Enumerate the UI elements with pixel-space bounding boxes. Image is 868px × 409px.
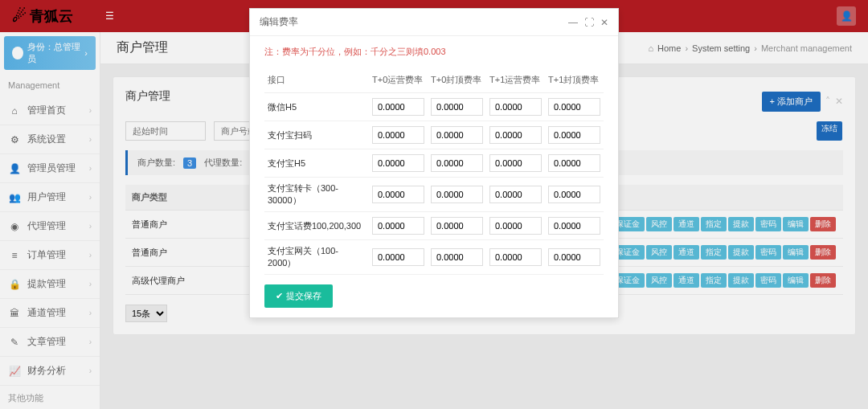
rate-input-1[interactable]: [431, 98, 483, 116]
rate-input-0[interactable]: [372, 154, 424, 172]
rate-col-t1cap: T+1封顶费率: [545, 67, 604, 93]
rate-input-3[interactable]: [548, 126, 600, 144]
rate-col-t1op: T+1运营费率: [486, 67, 545, 93]
close-icon[interactable]: ✕: [600, 17, 608, 28]
rate-interface: 微信H5: [264, 93, 369, 121]
rate-input-1[interactable]: [431, 217, 483, 235]
rate-input-2[interactable]: [489, 154, 542, 172]
rate-input-2[interactable]: [489, 98, 542, 116]
rate-interface: 支付宝话费100,200,300: [264, 212, 369, 240]
rate-input-2[interactable]: [489, 186, 542, 203]
rate-interface: 支付宝H5: [264, 149, 369, 178]
rate-interface: 支付宝转卡（300-30000）: [264, 178, 369, 212]
rate-row: 支付宝转卡（300-30000）: [264, 178, 604, 212]
rate-interface: 支付宝扫码: [264, 121, 369, 149]
check-icon: ✔: [276, 291, 283, 301]
maximize-icon[interactable]: ⛶: [584, 17, 594, 28]
rate-row: 支付宝扫码: [264, 121, 604, 149]
minimize-icon[interactable]: —: [568, 17, 578, 28]
modal-header: 编辑费率 — ⛶ ✕: [250, 9, 618, 36]
rate-input-3[interactable]: [548, 217, 600, 235]
rate-input-2[interactable]: [489, 126, 542, 144]
modal-title: 编辑费率: [260, 15, 298, 29]
rate-table: 接口 T+0运营费率 T+0封顶费率 T+1运营费率 T+1封顶费率 微信H5支…: [264, 67, 604, 275]
rate-note: 注：费率为千分位，例如：千分之三则填0.003: [264, 46, 604, 58]
rate-input-3[interactable]: [548, 98, 600, 116]
rate-input-3[interactable]: [548, 186, 600, 203]
rate-input-0[interactable]: [372, 248, 424, 266]
rate-row: 支付宝网关（100-2000）: [264, 240, 604, 275]
rate-row: 支付宝话费100,200,300: [264, 212, 604, 240]
submit-label: 提交保存: [286, 290, 321, 302]
rate-input-3[interactable]: [548, 154, 600, 172]
rate-input-0[interactable]: [372, 126, 424, 144]
modal-overlay: 编辑费率 — ⛶ ✕ 注：费率为千分位，例如：千分之三则填0.003 接口 T+…: [0, 0, 868, 409]
rate-col-t0op: T+0运营费率: [369, 67, 428, 93]
rate-input-3[interactable]: [548, 248, 600, 266]
rate-col-t0cap: T+0封顶费率: [428, 67, 486, 93]
rate-input-2[interactable]: [489, 248, 542, 266]
rate-interface: 支付宝网关（100-2000）: [264, 240, 369, 275]
rate-input-0[interactable]: [372, 217, 424, 235]
submit-button[interactable]: ✔ 提交保存: [264, 284, 333, 308]
rate-input-0[interactable]: [372, 186, 424, 203]
rate-input-2[interactable]: [489, 217, 542, 235]
rate-input-1[interactable]: [431, 154, 483, 172]
edit-rate-modal: 编辑费率 — ⛶ ✕ 注：费率为千分位，例如：千分之三则填0.003 接口 T+…: [249, 8, 619, 318]
rate-input-0[interactable]: [372, 98, 424, 116]
rate-input-1[interactable]: [431, 186, 483, 203]
rate-col-interface: 接口: [264, 67, 369, 93]
rate-row: 微信H5: [264, 93, 604, 121]
rate-input-1[interactable]: [431, 126, 483, 144]
rate-input-1[interactable]: [431, 248, 483, 266]
rate-row: 支付宝H5: [264, 149, 604, 178]
